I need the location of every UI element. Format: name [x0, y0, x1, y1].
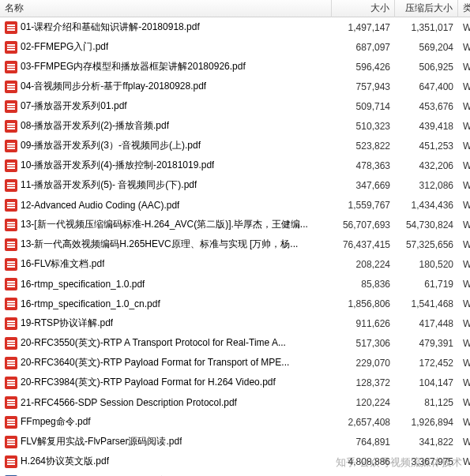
file-compressed-size-cell: 61,719	[395, 277, 458, 291]
table-row[interactable]: 21-RFC4566-SDP Session Description Proto…	[0, 392, 470, 412]
file-name-cell[interactable]: 19-RTSP协议详解.pdf	[0, 315, 332, 332]
file-compressed-size-cell: 569,204	[395, 40, 458, 54]
file-type-cell: WPS P	[458, 277, 470, 291]
table-row[interactable]: 13-[新一代视频压缩编码标准-H.264_AVC(第二版)].毕厚杰，王健编.…	[0, 215, 470, 234]
col-header-name[interactable]: 名称	[0, 0, 332, 17]
file-type-cell: WPS P	[458, 317, 470, 331]
file-name-cell[interactable]: FLV解复用实战-FlvParser源码阅读.pdf	[0, 433, 332, 450]
file-size-cell: 687,097	[332, 40, 395, 54]
file-name-cell[interactable]: H.264协议英文版.pdf	[0, 453, 332, 470]
table-row[interactable]: 09-播放器开发系列(3）-音视频同步(上).pdf523,822451,253…	[0, 136, 470, 156]
file-size-cell: 523,822	[332, 139, 395, 153]
file-compressed-size-cell: 1,926,894	[395, 415, 458, 429]
file-compressed-size-cell: 57,325,656	[395, 238, 458, 252]
table-row[interactable]: 12-Advanced Audio Coding (AAC).pdf1,559,…	[0, 195, 470, 215]
file-type-cell: WPS P	[458, 119, 470, 133]
file-name-label: FFmpeg命令.pdf	[21, 415, 91, 429]
pdf-file-icon	[5, 140, 17, 152]
file-name-label: 21-RFC4566-SDP Session Description Proto…	[21, 397, 237, 408]
table-row[interactable]: 16-FLV标准文档.pdf208,224180,520WPS P	[0, 254, 470, 274]
file-type-cell: WPS P	[458, 336, 470, 350]
file-size-cell: 85,836	[332, 277, 395, 291]
table-row[interactable]: 02-FFMEPG入门.pdf687,097569,204WPS P	[0, 37, 470, 57]
file-name-cell[interactable]: QT+FFmpeg4.x Windows开发环境搭建.docx	[0, 473, 332, 476]
file-name-cell[interactable]: 13-[新一代视频压缩编码标准-H.264_AVC(第二版)].毕厚杰，王健编.…	[0, 216, 332, 233]
table-header: 名称 大小 压缩后大小 类型	[0, 0, 470, 17]
col-header-compressed[interactable]: 压缩后大小	[395, 0, 458, 17]
table-row[interactable]: 20-RFC3640(英文)-RTP Payload Format for Tr…	[0, 353, 470, 373]
table-row[interactable]: 07-播放器开发系列01.pdf509,714453,676WPS P	[0, 96, 470, 116]
file-name-cell[interactable]: 02-FFMEPG入门.pdf	[0, 39, 332, 55]
pdf-file-icon	[5, 436, 17, 448]
file-name-label: 09-播放器开发系列(3）-音视频同步(上).pdf	[21, 139, 201, 152]
table-row[interactable]: 13-新一代高效视频编码H.265HEVC原理、标准与实现 [万帅，杨...76…	[0, 234, 470, 254]
file-type-cell: WPS P	[458, 80, 470, 94]
table-row[interactable]: 20-RFC3550(英文)-RTP A Transport Protocol …	[0, 333, 470, 353]
table-row[interactable]: QT+FFmpeg4.x Windows开发环境搭建.docx1,016,948…	[0, 471, 470, 476]
file-type-cell: WPS P	[458, 435, 470, 449]
file-compressed-size-cell: 1,541,468	[395, 297, 458, 311]
table-row[interactable]: 08-播放器开发系列(2)-播放音频.pdf510,323439,418WPS …	[0, 116, 470, 136]
file-size-cell: 911,626	[332, 317, 395, 331]
pdf-file-icon	[5, 238, 17, 251]
file-compressed-size-cell: 647,400	[395, 80, 458, 94]
file-compressed-size-cell: 104,147	[395, 376, 458, 390]
file-name-cell[interactable]: 13-新一代高效视频编码H.265HEVC原理、标准与实现 [万帅，杨...	[0, 236, 332, 253]
col-header-type[interactable]: 类型	[458, 0, 470, 17]
file-name-label: 01-课程介绍和基础知识讲解-20180918.pdf	[21, 21, 200, 34]
file-name-cell[interactable]: 20-RFC3550(英文)-RTP A Transport Protocol …	[0, 335, 332, 351]
table-row[interactable]: 10-播放器开发系列(4)-播放控制-20181019.pdf478,36343…	[0, 156, 470, 175]
file-name-cell[interactable]: 09-播放器开发系列(3）-音视频同步(上).pdf	[0, 137, 332, 154]
file-name-label: 08-播放器开发系列(2)-播放音频.pdf	[21, 119, 169, 133]
table-row[interactable]: FLV解复用实战-FlvParser源码阅读.pdf764,891341,822…	[0, 432, 470, 452]
col-header-size[interactable]: 大小	[332, 0, 395, 17]
table-row[interactable]: 01-课程介绍和基础知识讲解-20180918.pdf1,497,1471,35…	[0, 17, 470, 37]
file-size-cell: 4,808,886	[332, 455, 395, 469]
file-size-cell: 120,224	[332, 395, 395, 410]
file-compressed-size-cell: 81,125	[395, 395, 458, 410]
file-name-cell[interactable]: 20-RFC3984(英文)-RTP Payload Format for H.…	[0, 374, 332, 391]
file-size-cell: 229,070	[332, 356, 395, 370]
file-name-label: 04-音视频同步分析-基于ffplay-20180928.pdf	[21, 80, 206, 93]
table-row[interactable]: 11-播放器开发系列(5)- 音视频同步(下).pdf347,669312,08…	[0, 175, 470, 195]
file-size-cell: 2,657,408	[332, 415, 395, 429]
file-name-cell[interactable]: 21-RFC4566-SDP Session Description Proto…	[0, 395, 332, 410]
file-type-cell: WPS P	[458, 21, 470, 35]
file-name-cell[interactable]: 20-RFC3640(英文)-RTP Payload Format for Tr…	[0, 354, 332, 371]
file-name-cell[interactable]: 04-音视频同步分析-基于ffplay-20180928.pdf	[0, 78, 332, 95]
file-type-cell: WPS P	[458, 159, 470, 173]
file-name-cell[interactable]: 12-Advanced Audio Coding (AAC).pdf	[0, 197, 332, 213]
file-compressed-size-cell: 3,367,975	[395, 455, 458, 469]
file-name-cell[interactable]: 10-播放器开发系列(4)-播放控制-20181019.pdf	[0, 157, 332, 174]
pdf-file-icon	[5, 377, 17, 389]
table-row[interactable]: 20-RFC3984(英文)-RTP Payload Format for H.…	[0, 373, 470, 392]
file-name-cell[interactable]: 16-FLV标准文档.pdf	[0, 256, 332, 272]
file-size-cell: 517,306	[332, 336, 395, 350]
file-name-cell[interactable]: 08-播放器开发系列(2)-播放音频.pdf	[0, 118, 332, 134]
table-row[interactable]: 16-rtmp_specification_1.0.pdf85,83661,71…	[0, 274, 470, 294]
table-row[interactable]: H.264协议英文版.pdf4,808,8863,367,975WPS P	[0, 452, 470, 471]
file-size-cell: 509,714	[332, 99, 395, 114]
file-name-cell[interactable]: 16-rtmp_specification_1.0_cn.pdf	[0, 296, 332, 312]
file-compressed-size-cell: 54,730,824	[395, 218, 458, 232]
file-name-cell[interactable]: 01-课程介绍和基础知识讲解-20180918.pdf	[0, 19, 332, 36]
file-name-label: 10-播放器开发系列(4)-播放控制-20181019.pdf	[21, 159, 214, 172]
table-row[interactable]: 03-FFMPEG内存模型和播放器框架讲解20180926.pdf596,426…	[0, 57, 470, 77]
file-size-cell: 56,707,693	[332, 218, 395, 232]
file-type-cell: WPS P	[458, 218, 470, 232]
file-type-cell: WPS P	[458, 376, 470, 390]
file-name-cell[interactable]: FFmpeg命令.pdf	[0, 414, 332, 430]
file-type-cell: WPS P	[458, 178, 470, 193]
file-name-label: 20-RFC3550(英文)-RTP A Transport Protocol …	[21, 336, 286, 350]
table-row[interactable]: 04-音视频同步分析-基于ffplay-20180928.pdf757,9436…	[0, 77, 470, 96]
file-name-cell[interactable]: 16-rtmp_specification_1.0.pdf	[0, 276, 332, 292]
file-name-label: 13-[新一代视频压缩编码标准-H.264_AVC(第二版)].毕厚杰，王健编.…	[21, 218, 308, 231]
file-name-cell[interactable]: 03-FFMPEG内存模型和播放器框架讲解20180926.pdf	[0, 58, 332, 75]
file-name-cell[interactable]: 11-播放器开发系列(5)- 音视频同步(下).pdf	[0, 177, 332, 193]
file-type-cell: WPS P	[458, 139, 470, 153]
table-row[interactable]: FFmpeg命令.pdf2,657,4081,926,894WPS P	[0, 412, 470, 432]
table-row[interactable]: 16-rtmp_specification_1.0_cn.pdf1,856,80…	[0, 294, 470, 313]
file-size-cell: 764,891	[332, 435, 395, 449]
table-row[interactable]: 19-RTSP协议详解.pdf911,626417,448WPS P	[0, 313, 470, 333]
file-name-cell[interactable]: 07-播放器开发系列01.pdf	[0, 98, 332, 114]
